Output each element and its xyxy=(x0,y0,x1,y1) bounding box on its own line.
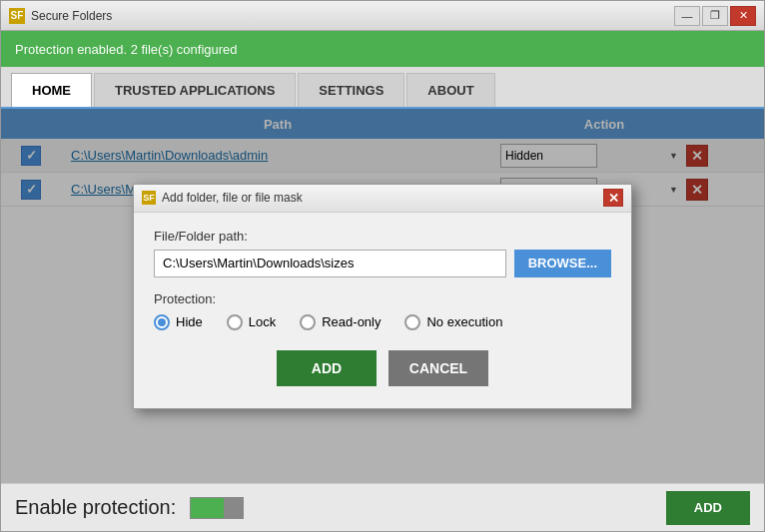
close-button[interactable]: ✕ xyxy=(730,6,756,26)
radio-noexec-outer xyxy=(404,314,420,330)
radio-hide[interactable]: Hide xyxy=(154,314,203,330)
toggle-off-portion xyxy=(224,498,243,518)
radio-group: Hide Lock Read-only No execution xyxy=(154,314,611,330)
file-path-row: BROWSE... xyxy=(154,250,611,277)
tab-trusted-applications[interactable]: TRUSTED APPLICATIONS xyxy=(94,73,296,107)
bottom-bar: Enable protection: ADD xyxy=(1,483,764,531)
modal-overlay: SF Add folder, file or file mask ✕ File/… xyxy=(1,109,764,483)
window-controls: — ❐ ✕ xyxy=(674,6,756,26)
radio-readonly-label: Read-only xyxy=(322,314,381,329)
radio-hide-inner xyxy=(158,318,166,326)
protection-toggle[interactable] xyxy=(190,497,244,519)
tab-home[interactable]: HOME xyxy=(11,73,92,107)
modal-cancel-button[interactable]: CANCEL xyxy=(388,350,488,386)
status-bar: Protection enabled. 2 file(s) configured xyxy=(1,31,764,67)
modal-title-bar: SF Add folder, file or file mask ✕ xyxy=(134,185,631,213)
toggle-on-portion xyxy=(191,498,224,518)
radio-hide-label: Hide xyxy=(176,314,203,329)
file-path-label: File/Folder path: xyxy=(154,229,611,244)
restore-button[interactable]: ❐ xyxy=(702,6,728,26)
main-window: SF Secure Folders — ❐ ✕ Protection enabl… xyxy=(0,0,765,532)
radio-lock-label: Lock xyxy=(249,314,276,329)
radio-hide-outer xyxy=(154,314,170,330)
bottom-add-button[interactable]: ADD xyxy=(666,491,750,525)
modal-add-button[interactable]: ADD xyxy=(277,350,377,386)
modal-app-icon: SF xyxy=(142,191,156,205)
protection-label: Protection: xyxy=(154,291,611,306)
window-title: Secure Folders xyxy=(31,9,674,23)
radio-lock[interactable]: Lock xyxy=(227,314,276,330)
radio-lock-outer xyxy=(227,314,243,330)
tab-settings[interactable]: SETTINGS xyxy=(298,73,404,107)
browse-button[interactable]: BROWSE... xyxy=(514,250,611,277)
app-icon: SF xyxy=(9,8,25,24)
file-path-input[interactable] xyxy=(154,250,506,277)
enable-protection-label: Enable protection: xyxy=(15,496,176,519)
tab-about[interactable]: ABOUT xyxy=(406,73,494,107)
modal-close-button[interactable]: ✕ xyxy=(603,189,623,207)
radio-noexec-label: No execution xyxy=(426,314,502,329)
radio-readonly[interactable]: Read-only xyxy=(300,314,381,330)
modal-buttons: ADD CANCEL xyxy=(154,350,611,392)
main-content: Path Action ✓ C:\Users\Martin\Downloads\… xyxy=(1,109,764,483)
radio-noexec[interactable]: No execution xyxy=(404,314,502,330)
status-text: Protection enabled. 2 file(s) configured xyxy=(15,42,238,57)
title-bar: SF Secure Folders — ❐ ✕ xyxy=(1,1,764,31)
tab-bar: HOME TRUSTED APPLICATIONS SETTINGS ABOUT xyxy=(1,67,764,109)
add-file-modal: SF Add folder, file or file mask ✕ File/… xyxy=(133,184,632,409)
modal-body: File/Folder path: BROWSE... Protection: … xyxy=(134,213,631,408)
minimize-button[interactable]: — xyxy=(674,6,700,26)
radio-readonly-outer xyxy=(300,314,316,330)
modal-title: Add folder, file or file mask xyxy=(162,191,603,205)
